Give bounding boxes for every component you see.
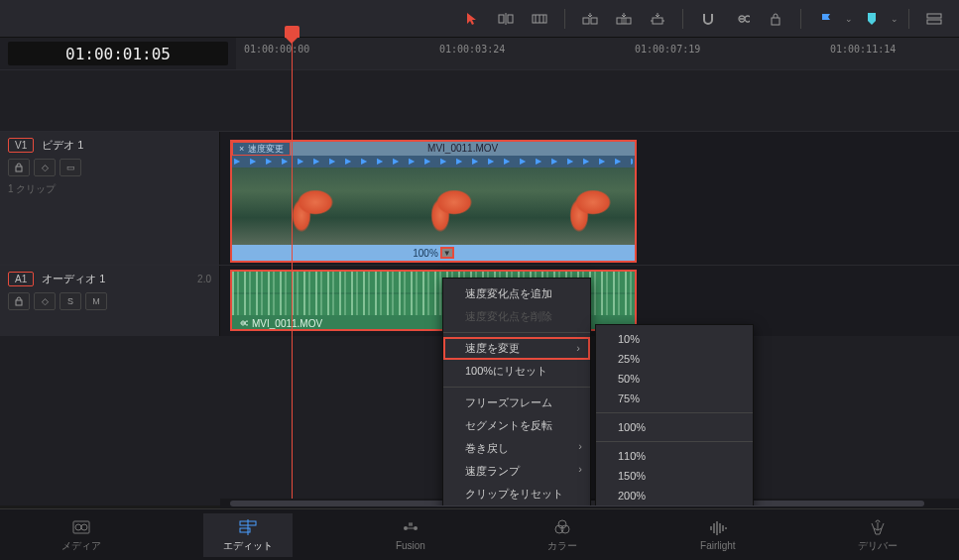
overwrite-clip-icon[interactable] [609,5,639,33]
track-spacer [0,69,959,131]
timeline-ruler[interactable]: 01:00:00:00 01:00:03:24 01:00:07:19 01:0… [236,38,959,69]
selection-tool-icon[interactable] [457,5,487,33]
clip-name-label: MVI_0011.MOV [291,142,635,156]
tab-edit[interactable]: エディット [203,513,293,557]
ruler-tick: 01:00:11:14 [830,44,896,55]
speed-dropdown-icon[interactable]: ▼ [440,247,454,259]
speed-option-200[interactable]: 200% [596,486,753,505]
menu-separator [596,441,753,442]
audio-track-header: A1 オーディオ 1 2.0 ◇ S M [0,266,220,336]
retime-tag[interactable]: × 速度変更 [232,142,291,156]
tab-media[interactable]: メディア [42,513,121,557]
color-icon [553,517,571,537]
video-track-header: V1 ビデオ 1 ◇ ▭ 1 クリップ [0,132,220,265]
blade-tool-icon[interactable] [491,5,521,33]
track-solo-button[interactable]: S [60,292,81,310]
ruler-tick: 01:00:03:24 [439,44,505,55]
svg-rect-1 [508,15,513,23]
svg-rect-13 [927,14,941,18]
menu-add-speed-point[interactable]: 速度変化点を追加 [443,282,590,305]
clip-thumbnail-icon [232,168,371,245]
video-track-name: ビデオ 1 [42,138,83,153]
track-lock-icon[interactable] [8,292,30,310]
marker-dropdown-arrow[interactable]: ⌄ [891,14,899,24]
svg-rect-14 [927,20,941,24]
tab-deliver-label: デリバー [858,539,898,553]
track-autoselect-icon[interactable]: ◇ [34,292,56,310]
speed-option-110[interactable]: 110% [596,446,753,466]
clip-thumbnail-strip [232,168,635,245]
svg-rect-0 [499,15,504,23]
tab-fairlight[interactable]: Fairlight [680,514,756,555]
timecode-display[interactable]: 01:00:01:05 [8,42,228,65]
track-display-icon[interactable]: ▭ [60,159,81,176]
close-icon[interactable]: × [239,144,244,154]
marker-icon[interactable] [857,5,887,33]
toolbar-separator [908,9,909,29]
trim-tool-icon[interactable] [525,5,554,33]
video-track-badge[interactable]: V1 [8,138,34,153]
media-icon [71,517,91,537]
audio-channel-label: 2.0 [197,274,211,284]
track-lock-icon[interactable] [8,159,30,176]
ruler-tick: 01:00:00:00 [244,44,309,55]
clip-thumbnail-icon [510,168,635,245]
link-icon[interactable] [727,5,757,33]
retime-marker-strip: ▶▶▶▶▶▶▶▶▶▶▶▶▶▶▶▶▶▶▶▶▶▶▶▶▶▶▶▶ [232,156,635,168]
tab-fairlight-label: Fairlight [700,540,736,551]
tab-color[interactable]: カラー [528,513,597,557]
snap-icon[interactable] [693,5,723,33]
video-track-content[interactable]: × 速度変更 MVI_0011.MOV ▶▶▶▶▶▶▶▶▶▶▶▶▶▶▶▶▶▶▶▶… [220,132,959,265]
svg-rect-12 [772,18,779,25]
tab-deliver[interactable]: デリバー [838,513,917,557]
fairlight-icon [709,518,727,538]
video-clip[interactable]: × 速度変更 MVI_0011.MOV ▶▶▶▶▶▶▶▶▶▶▶▶▶▶▶▶▶▶▶▶… [230,140,637,263]
menu-change-speed[interactable]: 速度を変更 [443,337,590,360]
menu-freeze-frame[interactable]: フリーズフレーム [443,392,590,414]
replace-clip-icon[interactable] [643,5,672,33]
menu-speed-ramp[interactable]: 速度ランプ [443,460,590,483]
tab-fusion-label: Fusion [396,540,425,551]
svg-rect-10 [621,18,627,24]
audio-track-badge[interactable]: A1 [8,272,34,286]
speed-option-10[interactable]: 10% [596,329,753,349]
speed-option-150[interactable]: 150% [596,466,753,486]
speed-bar[interactable]: 100% ▼ [232,245,635,261]
track-area: V1 ビデオ 1 ◇ ▭ 1 クリップ × 速度変更 MVI_0011.MO [0,69,959,505]
speed-value: 100% [413,248,438,259]
menu-separator [443,332,590,333]
svg-point-24 [414,526,418,530]
speed-submenu: 10% 25% 50% 75% 100% 110% 150% 200% 400%… [595,324,754,505]
lock-icon[interactable] [761,5,790,33]
timecode-row: 01:00:01:05 01:00:00:00 01:00:03:24 01:0… [0,38,959,69]
tab-fusion[interactable]: Fusion [376,514,445,555]
track-mute-button[interactable]: M [85,292,107,310]
speed-option-50[interactable]: 50% [596,369,753,389]
menu-separator [443,387,590,388]
speed-option-75[interactable]: 75% [596,389,753,408]
menu-separator [596,412,753,413]
retime-tag-label: 速度変更 [248,143,284,156]
flag-icon[interactable] [811,5,841,33]
menu-reverse-segment[interactable]: セグメントを反転 [443,414,590,437]
svg-point-19 [81,524,87,530]
retime-context-menu: 速度変化点を追加 速度変化点を削除 速度を変更 100%にリセット フリーズフレ… [442,278,591,505]
clip-thumbnail-icon [371,168,510,245]
ruler-tick: 01:00:07:19 [635,44,700,55]
timeline-view-icon[interactable] [919,5,949,33]
toolbar-separator [564,9,565,29]
toolbar-separator [682,9,683,29]
video-track-row: V1 ビデオ 1 ◇ ▭ 1 クリップ × 速度変更 MVI_0011.MO [0,131,959,265]
insert-clip-icon[interactable] [575,5,605,33]
speed-option-100[interactable]: 100% [596,417,753,437]
menu-rewind[interactable]: 巻き戻し [443,437,590,460]
flag-dropdown-arrow[interactable]: ⌄ [845,14,853,24]
fusion-icon [401,518,420,538]
track-autoselect-icon[interactable]: ◇ [34,159,56,176]
edit-icon [238,517,258,537]
menu-reset-clip[interactable]: クリップをリセット [443,483,590,505]
speed-option-25[interactable]: 25% [596,349,753,369]
toolbar-separator [800,9,801,29]
top-toolbar: ⌄ ⌄ [0,0,959,38]
menu-reset-100[interactable]: 100%にリセット [443,360,590,383]
